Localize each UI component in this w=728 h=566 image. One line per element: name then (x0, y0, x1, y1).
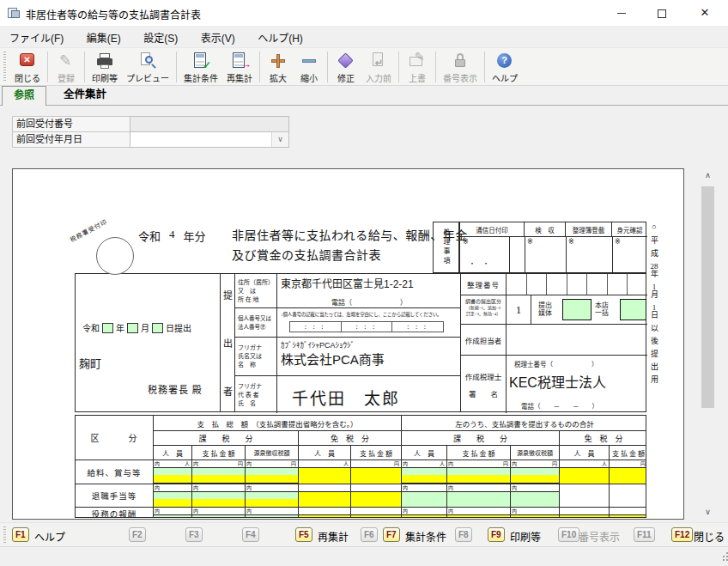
submitter-section: 令和年月日提出 麹町 税務署長 殿 提 出 者 住所（居所）又 は所 在 地 東… (75, 273, 646, 412)
submission-type-label: 調書の提出区分 （新規=1、追加=2 訂正=3、無効=4） (461, 295, 507, 324)
menu-file[interactable]: ファイル(F) (0, 26, 73, 45)
data-cell: 内円 (192, 460, 246, 484)
data-cell: 円 (351, 460, 402, 484)
mynumber-label: 個人番号又は法人番号㊟ (235, 308, 277, 337)
data-cell: 内 (402, 484, 447, 508)
prev-receipt-number-input[interactable] (130, 116, 289, 132)
data-cell: 内 (402, 508, 447, 518)
fkey-f12[interactable]: F12 (671, 527, 693, 542)
fkey-f1[interactable]: F1 (12, 527, 29, 542)
kome-mark: ※ (527, 238, 533, 246)
media-label: 提出媒体 (538, 301, 552, 317)
app-window: 非居住者等の給与等の支払調書合計表 ✕ ファイル(F) 編集(E) 設定(S) … (0, 0, 728, 566)
fkey-f8: F8 (455, 527, 472, 542)
preview-button[interactable]: プレビュー (122, 51, 173, 85)
row-label: 給料、賞与等 (76, 460, 154, 484)
before-input-button: ↵入力前 (361, 51, 396, 85)
toolbar-separator (47, 52, 48, 82)
prev-receipt-date-label: 前回受付年月日 (12, 131, 130, 148)
close-tool-icon: ✕ (20, 53, 34, 66)
tally-conditions-button[interactable]: ✓集計条件 (179, 51, 222, 85)
menu-help[interactable]: ヘルプ(H) (248, 26, 312, 45)
row-label: 役務の報酬 (76, 508, 154, 518)
overwrite-icon: ✎ (407, 52, 428, 70)
minimize-button[interactable] (601, 0, 641, 26)
number-display-button: 番号表示 (439, 51, 482, 85)
menu-edit[interactable]: 編集(E) (77, 26, 130, 45)
kome-mark: ※ (615, 238, 621, 246)
data-cell (610, 484, 646, 508)
name-row: フリガナ氏名又は名 称 ｶﾌﾞｼｷｶﾞｲｼｬPCAｼｮｳｼﾞ 株式会社PCA商事 (235, 338, 460, 376)
address-label: 住所（居所）又 は所 在 地 (235, 274, 277, 307)
fkey-f5[interactable]: F5 (295, 527, 312, 542)
tab-reference[interactable]: 参照 (2, 86, 46, 106)
fkey-f7[interactable]: F7 (383, 527, 400, 542)
right-admin-column: 整理番号 調書の提出区分 （新規=1、追加=2 訂正=3、無効=4） 1 提出媒… (460, 274, 647, 411)
fkey-f4: F4 (242, 527, 259, 542)
representative-value: 千代田 太郎 (292, 386, 400, 409)
register-button: ✎登録 (51, 51, 82, 85)
data-cell (610, 508, 646, 518)
data-cell (299, 508, 351, 518)
data-cell: 内 (447, 508, 511, 518)
data-cell: 内 (447, 484, 511, 508)
submission-type-value: 1 (507, 295, 531, 324)
menu-bar: ファイル(F) 編集(E) 設定(S) 表示(V) ヘルプ(H) (0, 26, 728, 48)
tax-office-stamp-label: 税務署受付印 (68, 216, 108, 243)
submitter-vertical-label: 提 出 者 (220, 274, 235, 411)
name-value: 株式会社PCA商事 (281, 350, 385, 368)
reference-number-label: 整理番号 (461, 274, 507, 295)
overwrite-button: ✎上書 (402, 51, 433, 85)
date-day-box (152, 323, 163, 333)
address-value: 東京都千代田区富士見1-2-21 (281, 276, 414, 290)
tab-all-tally[interactable]: 全件集計 (57, 86, 113, 105)
help-button[interactable]: ?ヘルプ (488, 51, 522, 85)
chevron-down-icon[interactable]: ∨ (271, 132, 288, 147)
submission-date-line: 令和年月日提出 (82, 321, 191, 334)
minimize-icon (617, 13, 626, 14)
modify-button[interactable]: 修正 (331, 51, 361, 85)
head-office-input-box (620, 299, 646, 320)
lock-icon (450, 52, 470, 70)
scrollbar-thumb[interactable] (701, 186, 714, 408)
menu-view[interactable]: 表示(V) (191, 26, 245, 45)
date-year-box (102, 323, 113, 333)
prev-receipt-date-combo[interactable]: ∨ (130, 131, 289, 148)
close-button[interactable]: ✕ (682, 0, 728, 26)
retally-button[interactable]: →再集計 (222, 51, 257, 85)
preview-icon (137, 52, 158, 70)
tax-accountant-phone: 電話（ － － ） (521, 401, 598, 411)
fkey-f9[interactable]: F9 (488, 527, 505, 542)
form-edition-note: ○平成28年1月1日以後提出用 (649, 222, 660, 422)
tax-accountant-row: 作成税理士署 名 税理士番号（ ） KEC税理士法人 電話（ － － ） (461, 356, 647, 413)
maximize-icon (658, 9, 666, 18)
retally-icon: → (229, 52, 250, 70)
zoom-out-button[interactable]: 縮小 (294, 51, 325, 85)
scroll-down-icon[interactable]: ∨ (701, 505, 715, 520)
preparer-row: 作成担当者 (461, 325, 647, 356)
data-cell (560, 484, 610, 508)
fkey-f5-label: 再集計 (318, 529, 349, 544)
maximize-button[interactable] (641, 0, 682, 26)
window-title: 非居住者等の給与等の支払調書合計表 (26, 7, 201, 21)
address-row: 住所（居所）又 は所 在 地 東京都千代田区富士見1-2-21 電話（ ） (235, 274, 460, 308)
zoom-in-button[interactable]: 拡大 (263, 51, 294, 85)
vertical-scrollbar[interactable]: ∧ ∨ (701, 168, 715, 520)
mynumber-row: 個人番号又は法人番号㊟ ↓個人番号の記載に当たっては、左端を空白にし、ここから記… (235, 308, 460, 338)
print-button[interactable]: 印刷等 (88, 51, 122, 85)
menu-settings[interactable]: 設定(S) (134, 26, 187, 45)
register-icon: ✎ (59, 52, 71, 70)
data-cell: 人 (560, 460, 610, 484)
totals-table: 区 分 支 払 総 額 （支払調書提出省略分を含む。） 左のうち、支払調書を提出… (75, 415, 646, 518)
tax-form-page: 税務署受付印 令和4年分 非居住者等に支払われる給与、報酬、年金 及び賞金の支払… (13, 169, 683, 519)
toolbar-grip (3, 52, 6, 81)
group-header-left: 支 払 総 額 （支払調書提出省略分を含む。） (154, 416, 402, 431)
kome-mark: ※ (463, 238, 469, 246)
mynumber-note: ↓個人番号の記載に当たっては、左端を空白にし、ここから記載してください。 (281, 311, 441, 318)
close-tool-button[interactable]: ✕閉じる (10, 51, 45, 85)
resize-grip[interactable] (719, 559, 721, 561)
toolbar-separator (259, 52, 260, 82)
scroll-up-icon[interactable]: ∧ (701, 168, 715, 183)
fkey-f7-label: 集計条件 (405, 529, 446, 544)
document-preview-area[interactable]: 税務署受付印 令和4年分 非居住者等に支払われる給与、報酬、年金 及び賞金の支払… (12, 168, 684, 520)
